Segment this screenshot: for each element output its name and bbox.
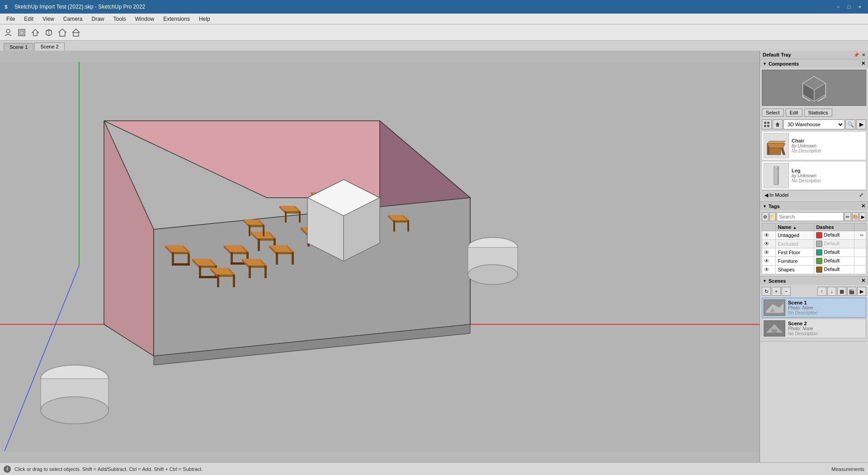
tag-row-shapes[interactable]: 👁 Shapes Default bbox=[762, 266, 866, 274]
tag-edit-pen-untagged[interactable]: ✏ bbox=[860, 233, 864, 238]
chair-name: Chair bbox=[792, 138, 864, 143]
tray-close-button[interactable]: ✕ bbox=[862, 52, 865, 57]
tags-settings-button[interactable]: ⚙ bbox=[762, 212, 769, 221]
tag-edit-untagged[interactable]: ✏ bbox=[854, 231, 866, 240]
tags-folder-button[interactable]: 📁 bbox=[769, 212, 776, 221]
scene1-desc: No Description bbox=[788, 310, 864, 315]
scene-move-up-button[interactable]: ↑ bbox=[817, 287, 826, 296]
components-section-close[interactable]: ✕ bbox=[861, 61, 865, 66]
menu-extensions[interactable]: Extensions bbox=[159, 15, 194, 23]
maximize-button[interactable]: □ bbox=[844, 2, 854, 11]
tags-more-button[interactable]: ▶ bbox=[859, 212, 866, 221]
tags-pencil-button[interactable]: ✏ bbox=[844, 212, 851, 221]
scene1-thumb-icon bbox=[764, 299, 785, 316]
window-title: SketchUp Import Test (2022).skp - Sketch… bbox=[14, 4, 145, 10]
toolbar-btn-1[interactable] bbox=[2, 26, 14, 39]
component-chair-item[interactable]: Chair by Unknown No Description bbox=[762, 131, 866, 160]
components-icon-area bbox=[762, 70, 866, 106]
tab-edit[interactable]: Edit bbox=[786, 109, 802, 117]
svg-rect-94 bbox=[767, 122, 769, 124]
scene-refresh-button[interactable]: ↻ bbox=[762, 287, 771, 296]
scene-film-button[interactable]: 🎬 bbox=[847, 287, 856, 296]
scenes-section-header[interactable]: ▼ Scenes ✕ bbox=[760, 276, 868, 285]
tab-select[interactable]: Select bbox=[762, 109, 784, 117]
forward-button[interactable]: ▶ bbox=[856, 119, 866, 129]
toolbar-btn-2[interactable] bbox=[15, 26, 28, 39]
tag-row-excluded[interactable]: 👁 Excluded Default bbox=[762, 240, 866, 248]
tag-row-firstfloor[interactable]: 👁 First Floor Default bbox=[762, 248, 866, 257]
components-section-header[interactable]: ▼ Components ✕ bbox=[760, 59, 868, 68]
scene2-info: Scene 2 Photo: None No Description bbox=[788, 321, 864, 336]
tags-search-input[interactable] bbox=[777, 212, 844, 221]
menu-help[interactable]: Help bbox=[194, 15, 215, 23]
tag-eye-furniture[interactable]: 👁 bbox=[762, 257, 776, 266]
tags-section-header[interactable]: ▼ Tags ✕ bbox=[760, 202, 868, 210]
tag-eye-excluded[interactable]: 👁 bbox=[762, 240, 776, 248]
menu-edit[interactable]: Edit bbox=[19, 15, 38, 23]
tab-statistics[interactable]: Statistics bbox=[804, 109, 832, 117]
tags-section: ▼ Tags ✕ ⚙ 📁 ✏ 🎨 ▶ Name ▲ bbox=[760, 202, 868, 276]
window-controls: − □ × bbox=[834, 2, 864, 11]
menu-file[interactable]: File bbox=[2, 15, 19, 23]
tab-scene1[interactable]: Scene 1 bbox=[4, 43, 33, 51]
eye-icon-excluded: 👁 bbox=[764, 241, 769, 247]
close-button[interactable]: × bbox=[855, 2, 864, 11]
cylinder-bottom-right bbox=[468, 265, 518, 285]
component-leg-item[interactable]: Leg by Unknown No Description bbox=[762, 161, 866, 190]
svg-rect-93 bbox=[764, 122, 766, 124]
tag-row-furniture[interactable]: 👁 Furniture Default bbox=[762, 257, 866, 266]
titlebar: S SketchUp Import Test (2022).skp - Sket… bbox=[0, 0, 868, 14]
tray-pin-button[interactable]: 📌 bbox=[854, 52, 859, 57]
menu-window[interactable]: Window bbox=[131, 15, 159, 23]
svg-rect-4 bbox=[20, 31, 24, 34]
tags-section-label: Tags bbox=[769, 204, 780, 209]
tag-eye-shapes[interactable]: 👁 bbox=[762, 266, 776, 274]
toolbar-btn-house[interactable] bbox=[29, 26, 42, 39]
toolbar-btn-house2[interactable] bbox=[70, 26, 82, 39]
home-view-button[interactable] bbox=[773, 119, 783, 129]
tag-eye-untagged[interactable]: 👁 bbox=[762, 231, 776, 240]
tag-edit-excluded[interactable] bbox=[854, 240, 866, 248]
grid-view-button[interactable] bbox=[762, 119, 772, 129]
components-arrow-icon: ▼ bbox=[763, 62, 767, 66]
in-model-row: ◀ In Model ⤢ bbox=[762, 190, 866, 200]
scene-item-2[interactable]: Scene 2 Photo: None No Description bbox=[762, 318, 866, 338]
tag-edit-shapes[interactable] bbox=[854, 266, 866, 274]
tags-table: Name ▲ Dashes 👁 Untagged bbox=[762, 223, 866, 274]
leg-icon bbox=[765, 164, 788, 187]
menu-tools[interactable]: Tools bbox=[109, 15, 131, 23]
scene-move-down-button[interactable]: ↓ bbox=[827, 287, 836, 296]
tab-scene2[interactable]: Scene 2 bbox=[34, 43, 64, 51]
menu-camera[interactable]: Camera bbox=[59, 15, 87, 23]
scene-add-button[interactable]: + bbox=[772, 287, 781, 296]
scene-remove-button[interactable]: − bbox=[782, 287, 791, 296]
warehouse-search-dropdown[interactable]: 3D Warehouse In Model bbox=[783, 119, 844, 129]
expand-icon[interactable]: ⤢ bbox=[859, 192, 863, 198]
toolbar-btn-box[interactable] bbox=[42, 26, 55, 39]
tag-edit-furniture[interactable] bbox=[854, 257, 866, 266]
tag-edit-firstfloor[interactable] bbox=[854, 248, 866, 257]
tags-section-close[interactable]: ✕ bbox=[861, 203, 865, 209]
tags-color-button[interactable]: 🎨 bbox=[852, 212, 859, 221]
scene1-info: Scene 1 Photo: None No Description bbox=[788, 300, 864, 315]
scene-item-1[interactable]: Scene 1 Photo: None No Description bbox=[762, 298, 866, 318]
tag-row-untagged[interactable]: 👁 Untagged Default ✏ bbox=[762, 231, 866, 240]
search-button[interactable]: 🔍 bbox=[845, 119, 855, 129]
scene2-thumb-icon bbox=[764, 320, 785, 337]
tags-col-name[interactable]: Name ▲ bbox=[776, 223, 814, 231]
scene-grid-button[interactable]: ▦ bbox=[837, 287, 846, 296]
tags-col-dashes: Dashes bbox=[814, 223, 854, 231]
viewport[interactable] bbox=[0, 51, 760, 462]
scene-export-button[interactable]: ▶ bbox=[857, 287, 866, 296]
svg-marker-39 bbox=[217, 275, 219, 287]
tag-eye-firstfloor[interactable]: 👁 bbox=[762, 248, 776, 257]
toolbar-btn-roof[interactable] bbox=[56, 26, 69, 39]
back-arrow-icon[interactable]: ◀ bbox=[764, 192, 768, 198]
menu-view[interactable]: View bbox=[38, 15, 59, 23]
tags-arrow-icon: ▼ bbox=[763, 204, 767, 209]
svg-marker-18 bbox=[199, 266, 217, 268]
scenes-arrow-icon: ▼ bbox=[763, 279, 767, 283]
minimize-button[interactable]: − bbox=[834, 2, 843, 11]
menu-draw[interactable]: Draw bbox=[87, 15, 109, 23]
scenes-section-close[interactable]: ✕ bbox=[861, 278, 865, 284]
